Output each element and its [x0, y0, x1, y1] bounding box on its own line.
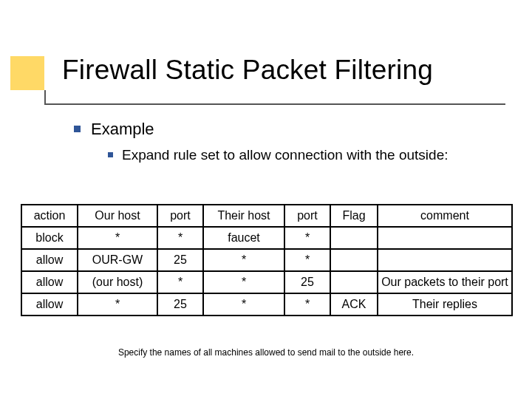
cell-port-dst: * — [284, 293, 330, 316]
bullet-l1-text: Example — [91, 120, 154, 138]
cell-port-src: * — [157, 227, 203, 249]
cell-port-dst: * — [284, 227, 330, 249]
bullet-l2-text: Expand rule set to allow connection with… — [122, 146, 477, 164]
cell-action: allow — [21, 249, 78, 271]
cell-our-host: * — [78, 227, 157, 249]
bullet-l1: Example — [74, 120, 154, 139]
cell-action: allow — [21, 271, 78, 293]
cell-port-dst: 25 — [284, 271, 330, 293]
cell-port-src: * — [157, 271, 203, 293]
corner-accent — [10, 56, 44, 90]
bullet-square-icon — [74, 126, 81, 132]
th-port-src: port — [157, 205, 203, 227]
table-row: allow (our host) * * 25 Our packets to t… — [21, 271, 512, 293]
table-row: allow OUR-GW 25 * * — [21, 249, 512, 271]
cell-flag — [330, 249, 378, 271]
cell-their-host: faucet — [203, 227, 284, 249]
cell-port-dst: * — [284, 249, 330, 271]
cell-their-host: * — [203, 249, 284, 271]
cell-flag — [330, 271, 378, 293]
th-our-host: Our host — [78, 205, 157, 227]
cell-comment — [378, 249, 512, 271]
cell-our-host: (our host) — [78, 271, 157, 293]
bullet-l2: Expand rule set to allow connection with… — [108, 146, 492, 164]
cell-their-host: * — [203, 293, 284, 316]
cell-port-src: 25 — [157, 249, 203, 271]
th-action: action — [21, 205, 78, 227]
cell-their-host: * — [203, 271, 284, 293]
cell-comment — [378, 227, 512, 249]
table-row: allow * 25 * * ACK Their replies — [21, 293, 512, 316]
accent-vert-line — [44, 90, 46, 105]
bullet-square-icon — [108, 152, 113, 157]
cell-flag — [330, 227, 378, 249]
accent-horiz-line — [44, 103, 505, 105]
cell-comment: Our packets to their port — [378, 271, 512, 293]
cell-action: block — [21, 227, 78, 249]
slide: Firewall Static Packet Filtering Example… — [0, 0, 532, 399]
cell-action: allow — [21, 293, 78, 316]
slide-title: Firewall Static Packet Filtering — [62, 55, 433, 86]
th-comment: comment — [378, 205, 512, 227]
footnote: Specify the names of all machines allowe… — [0, 347, 532, 358]
rules-table-wrap: action Our host port Their host port Fla… — [21, 204, 511, 316]
cell-our-host: OUR-GW — [78, 249, 157, 271]
th-their-host: Their host — [203, 205, 284, 227]
cell-comment: Their replies — [378, 293, 512, 316]
cell-port-src: 25 — [157, 293, 203, 316]
th-port-dst: port — [284, 205, 330, 227]
table-row: block * * faucet * — [21, 227, 512, 249]
table-header-row: action Our host port Their host port Fla… — [21, 205, 512, 227]
cell-our-host: * — [78, 293, 157, 316]
cell-flag: ACK — [330, 293, 378, 316]
th-flag: Flag — [330, 205, 378, 227]
rules-table: action Our host port Their host port Fla… — [21, 204, 513, 316]
